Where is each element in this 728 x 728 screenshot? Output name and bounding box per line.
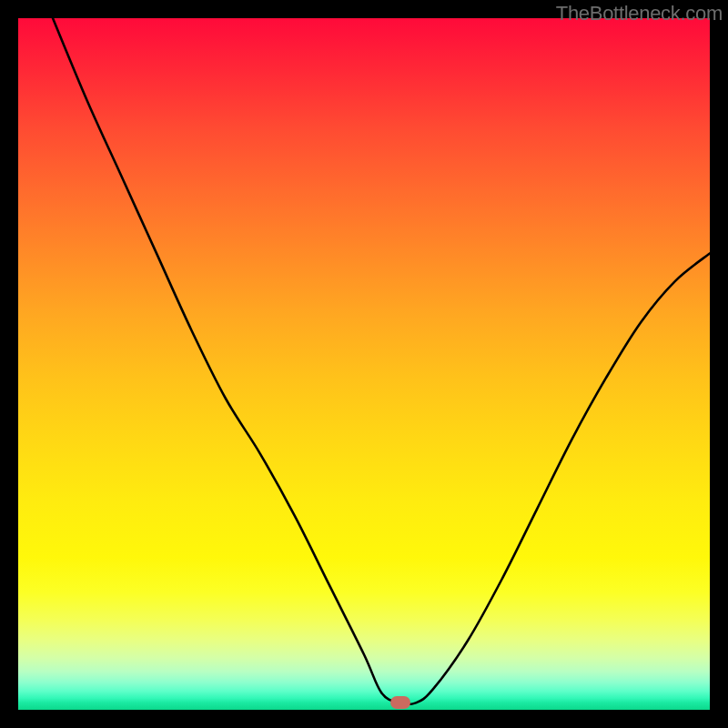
chart-frame: TheBottleneck.com [0, 0, 728, 728]
bottleneck-curve [18, 18, 710, 710]
curve-path [53, 18, 710, 704]
optimum-marker [390, 696, 410, 709]
watermark-text: TheBottleneck.com [556, 2, 723, 25]
plot-area [18, 18, 710, 710]
